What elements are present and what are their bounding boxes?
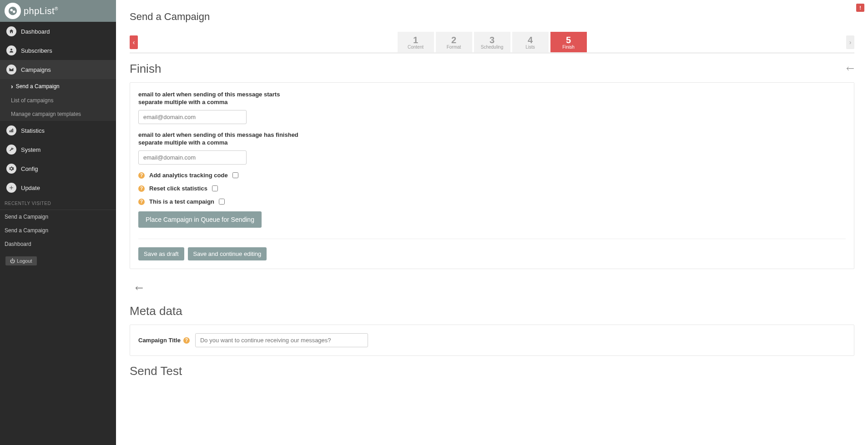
svg-point-0 bbox=[9, 7, 17, 15]
sub-label: Manage campaign templates bbox=[11, 111, 81, 117]
plus-icon bbox=[6, 183, 16, 193]
reset-label: Reset click statistics bbox=[149, 185, 207, 192]
alert-end-input[interactable] bbox=[138, 150, 247, 165]
wizard-nav: ‹ 1 Content 2 Format 3 Scheduling 4 List… bbox=[130, 32, 854, 52]
svg-point-1 bbox=[10, 9, 13, 11]
nav-config[interactable]: Config bbox=[0, 159, 116, 178]
logout-label: Logout bbox=[17, 258, 32, 264]
tab-label: Content bbox=[398, 45, 434, 50]
gear-icon bbox=[6, 164, 16, 174]
queue-button[interactable]: Place Campaign in Queue for Sending bbox=[138, 211, 262, 228]
svg-rect-4 bbox=[10, 130, 10, 132]
save-button-row: Save as draft Save and continue editing bbox=[138, 247, 846, 260]
recent-header: RECENTLY VISITED bbox=[0, 197, 116, 210]
section-header: Finish 🡐 bbox=[130, 62, 854, 76]
nav-update[interactable]: Update bbox=[0, 178, 116, 197]
nav-label: Config bbox=[21, 165, 38, 172]
back-arrow-icon[interactable]: 🡐 bbox=[846, 64, 854, 74]
sub-list-campaigns[interactable]: List of campaigns bbox=[0, 94, 116, 107]
tab-number: 4 bbox=[512, 35, 549, 45]
campaign-title-row: Campaign Title ? bbox=[138, 333, 846, 347]
help-icon[interactable]: ? bbox=[138, 199, 145, 205]
tab-finish[interactable]: 5 Finish bbox=[550, 32, 587, 52]
nav-label: Update bbox=[21, 185, 40, 191]
svg-point-3 bbox=[10, 49, 12, 50]
campaigns-submenu: › Send a Campaign List of campaigns Mana… bbox=[0, 79, 116, 121]
alert-end-label: email to alert when sending of this mess… bbox=[138, 131, 846, 138]
nav-system[interactable]: System bbox=[0, 140, 116, 159]
tab-label: Lists bbox=[512, 45, 549, 50]
tab-format[interactable]: 2 Format bbox=[436, 32, 472, 52]
analytics-row: ? Add analytics tracking code bbox=[138, 172, 846, 179]
wizard-next-button[interactable]: › bbox=[846, 35, 854, 49]
logo[interactable]: phpList® bbox=[5, 3, 58, 19]
alert-start-input[interactable] bbox=[138, 110, 247, 124]
home-icon bbox=[6, 26, 16, 36]
alert-indicator[interactable]: ! bbox=[856, 4, 864, 12]
reset-checkbox[interactable] bbox=[212, 185, 218, 191]
save-draft-button[interactable]: Save as draft bbox=[138, 247, 184, 260]
campaign-title-input[interactable] bbox=[195, 333, 368, 347]
analytics-checkbox[interactable] bbox=[232, 172, 238, 178]
recent-item[interactable]: Dashboard bbox=[0, 237, 116, 251]
finish-panel: email to alert when sending of this mess… bbox=[130, 82, 854, 269]
tab-label: Scheduling bbox=[474, 45, 510, 50]
test-checkbox[interactable] bbox=[219, 199, 225, 205]
test-row: ? This is a test campaign bbox=[138, 198, 846, 205]
metadata-panel: Campaign Title ? bbox=[130, 325, 854, 356]
logo-text: phpList® bbox=[24, 6, 58, 16]
tab-number: 2 bbox=[436, 35, 472, 45]
sub-manage-templates[interactable]: Manage campaign templates bbox=[0, 107, 116, 121]
section-title: Finish bbox=[130, 62, 161, 76]
mail-icon bbox=[6, 65, 16, 75]
help-icon[interactable]: ? bbox=[183, 337, 190, 344]
sub-label: Send a Campaign bbox=[16, 83, 60, 90]
main-content: Send a Campaign ‹ 1 Content 2 Format 3 S… bbox=[116, 0, 868, 389]
metadata-title: Meta data bbox=[130, 304, 854, 318]
wizard-prev-button[interactable]: ‹ bbox=[130, 35, 138, 49]
logout-button[interactable]: ⏻ Logout bbox=[5, 256, 37, 265]
wrench-icon bbox=[6, 145, 16, 155]
recent-item[interactable]: Send a Campaign bbox=[0, 224, 116, 237]
campaign-title-label: Campaign Title ? bbox=[138, 337, 190, 344]
user-icon bbox=[6, 45, 16, 55]
save-continue-button[interactable]: Save and continue editing bbox=[188, 247, 267, 260]
tab-scheduling[interactable]: 3 Scheduling bbox=[474, 32, 510, 52]
sidebar-header: phpList® bbox=[0, 0, 116, 22]
nav-dashboard[interactable]: Dashboard bbox=[0, 22, 116, 41]
svg-rect-6 bbox=[12, 129, 13, 132]
tab-number: 5 bbox=[550, 35, 587, 45]
tab-number: 1 bbox=[398, 35, 434, 45]
tab-label: Finish bbox=[550, 45, 587, 50]
tab-label: Format bbox=[436, 45, 472, 50]
page-title: Send a Campaign bbox=[130, 11, 854, 23]
svg-rect-5 bbox=[11, 130, 12, 132]
divider bbox=[138, 239, 846, 239]
wizard-underline bbox=[130, 52, 854, 54]
sub-label: List of campaigns bbox=[11, 97, 53, 104]
alert-end-sublabel: separate multiple with a comma bbox=[138, 139, 846, 146]
power-icon: ⏻ bbox=[10, 258, 15, 264]
wizard-tabs: 1 Content 2 Format 3 Scheduling 4 Lists … bbox=[138, 32, 846, 52]
analytics-label: Add analytics tracking code bbox=[149, 172, 228, 179]
chevron-right-icon: › bbox=[11, 83, 13, 90]
nav-label: Campaigns bbox=[21, 66, 51, 73]
sub-send-campaign[interactable]: › Send a Campaign bbox=[0, 79, 116, 94]
nav-subscribers[interactable]: Subscribers bbox=[0, 41, 116, 60]
reset-row: ? Reset click statistics bbox=[138, 185, 846, 192]
help-icon[interactable]: ? bbox=[138, 185, 145, 192]
nav-campaigns[interactable]: Campaigns bbox=[0, 60, 116, 79]
tab-content[interactable]: 1 Content bbox=[398, 32, 434, 52]
chart-icon bbox=[6, 125, 16, 135]
recent-item[interactable]: Send a Campaign bbox=[0, 210, 116, 224]
tab-number: 3 bbox=[474, 35, 510, 45]
nav-statistics[interactable]: Statistics bbox=[0, 121, 116, 140]
test-label: This is a test campaign bbox=[149, 198, 214, 205]
send-test-title: Send Test bbox=[130, 364, 854, 378]
tab-lists[interactable]: 4 Lists bbox=[512, 32, 549, 52]
sidebar: phpList® Dashboard Subscribers Campaigns… bbox=[0, 0, 116, 389]
help-icon[interactable]: ? bbox=[138, 172, 145, 179]
nav-label: Subscribers bbox=[21, 47, 52, 54]
back-arrow-icon[interactable]: 🡐 bbox=[135, 284, 143, 293]
alert-start-sublabel: separate multiple with a comma bbox=[138, 99, 846, 105]
